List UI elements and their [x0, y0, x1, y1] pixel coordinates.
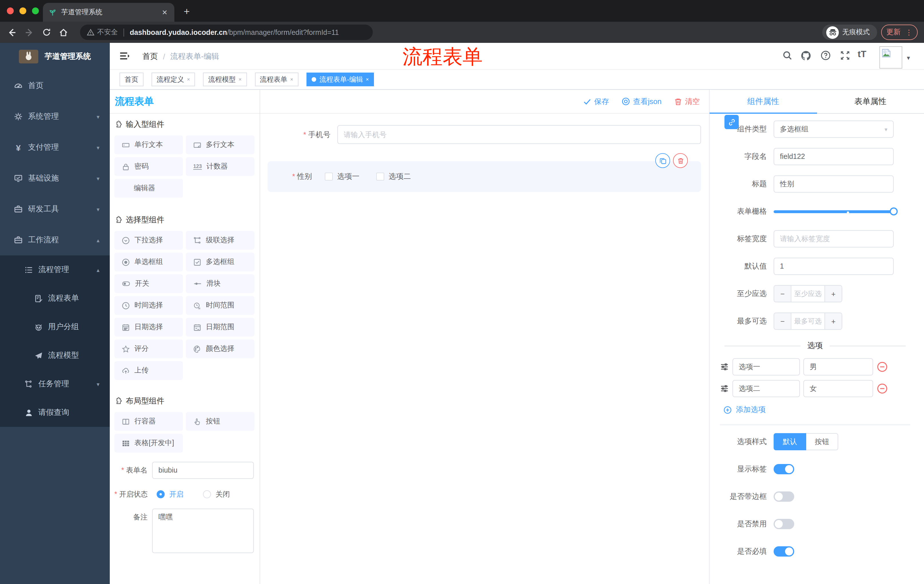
component-password[interactable]: 密码 [114, 157, 183, 176]
link-drawer-handle[interactable] [724, 115, 739, 129]
component-rate[interactable]: 评分 [114, 339, 183, 358]
title-input[interactable] [774, 175, 894, 192]
search-icon[interactable] [782, 50, 792, 61]
tag-process-form-edit[interactable]: 流程表单-编辑 × [307, 72, 374, 86]
component-row-container[interactable]: 行容器 [114, 412, 183, 431]
gender-checkbox-2[interactable] [376, 173, 384, 181]
min-select-input[interactable] [791, 286, 825, 302]
stepper-decrease-button[interactable]: − [774, 313, 791, 329]
forward-icon[interactable] [21, 24, 38, 40]
component-slider[interactable]: 滑块 [186, 274, 254, 293]
required-toggle[interactable] [774, 546, 794, 556]
drag-handle-icon[interactable] [720, 362, 729, 372]
component-date-range[interactable]: 日期范围 [186, 318, 254, 337]
add-option-button[interactable]: 添加选项 [723, 403, 914, 416]
status-off-label[interactable]: 关闭 [216, 489, 230, 499]
option-value-input[interactable] [804, 358, 873, 375]
slider-handle[interactable] [890, 207, 898, 216]
default-value-input[interactable] [774, 258, 894, 275]
option-value-input[interactable] [804, 380, 873, 397]
style-default-button[interactable]: 默认 [774, 433, 806, 450]
font-size-icon[interactable]: tT [858, 49, 866, 59]
component-counter[interactable]: 123 计数器 [186, 157, 254, 176]
macos-minimize-button[interactable] [20, 7, 26, 14]
sidebar-item-payment[interactable]: ¥ 支付管理 ▾ [0, 132, 110, 163]
component-time-picker[interactable]: 时间选择 [114, 296, 183, 315]
status-radio-off[interactable] [203, 490, 211, 498]
sidebar-item-home[interactable]: 首页 [0, 70, 110, 101]
sidebar-item-user-group[interactable]: 用户分组 [0, 313, 110, 341]
sidebar-item-task-mgmt[interactable]: 任务管理 ▾ [0, 370, 110, 398]
form-name-input[interactable] [152, 462, 254, 479]
reload-icon[interactable] [38, 24, 55, 40]
max-select-input[interactable] [791, 313, 825, 329]
component-multi-text[interactable]: 多行文本 [186, 135, 254, 154]
gender-checkbox-1[interactable] [325, 173, 332, 181]
tag-home[interactable]: 首页 [119, 72, 144, 86]
canvas-field-gender-selected[interactable]: 性别 选项一 选项二 [267, 161, 701, 192]
component-color-picker[interactable]: 颜色选择 [186, 339, 254, 358]
canvas-field-phone[interactable]: 手机号 [267, 125, 701, 144]
sidebar-item-infra[interactable]: 基础设施 ▾ [0, 163, 110, 194]
option-label-input[interactable] [733, 358, 800, 375]
option-label-input[interactable] [733, 380, 800, 397]
component-single-text[interactable]: 单行文本 [114, 135, 183, 154]
avatar-caret-icon[interactable]: ▾ [907, 54, 910, 62]
browser-tab[interactable]: 芋道管理系统 ✕ [43, 3, 174, 22]
macos-close-button[interactable] [7, 7, 14, 14]
disabled-toggle[interactable] [774, 519, 794, 529]
hamburger-icon[interactable] [119, 51, 130, 61]
new-tab-icon[interactable]: ＋ [182, 5, 191, 18]
status-radio-on[interactable] [157, 490, 165, 498]
github-icon[interactable] [800, 50, 811, 61]
sidebar-item-process-form[interactable]: 流程表单 [0, 284, 110, 313]
component-upload[interactable]: 上传 [114, 361, 183, 380]
tag-close-icon[interactable]: × [239, 77, 242, 82]
gender-option-2-label[interactable]: 选项二 [389, 171, 411, 182]
phone-input[interactable] [337, 125, 701, 144]
label-width-input[interactable] [774, 230, 894, 247]
fullscreen-icon[interactable] [840, 50, 850, 61]
component-radio-group[interactable]: 单选框组 [114, 253, 183, 271]
tab-form-props[interactable]: 表单属性 [817, 90, 924, 113]
save-button[interactable]: 保存 [583, 96, 609, 107]
address-bar[interactable]: 不安全 dashboard.yudao.iocoder.cn /bpm/mana… [80, 25, 373, 40]
component-select[interactable]: 下拉选择 [114, 231, 183, 250]
grid-slider[interactable] [774, 203, 894, 220]
clear-button[interactable]: 清空 [674, 96, 700, 107]
sidebar-item-workflow[interactable]: 工作流程 ▴ [0, 225, 110, 255]
tab-component-props[interactable]: 组件属性 [710, 90, 817, 113]
sidebar-item-leave-query[interactable]: 请假查询 [0, 398, 110, 427]
component-checkbox-group[interactable]: 多选框组 [186, 253, 254, 271]
style-button-button[interactable]: 按钮 [806, 433, 838, 450]
component-switch[interactable]: 开关 [114, 274, 183, 293]
delete-component-button[interactable] [673, 153, 688, 168]
back-icon[interactable] [3, 24, 21, 40]
tag-process-form[interactable]: 流程表单 × [255, 72, 299, 86]
with-border-toggle[interactable] [774, 492, 794, 502]
duplicate-component-button[interactable] [655, 153, 670, 168]
remove-option-icon[interactable] [876, 361, 888, 373]
show-label-toggle[interactable] [774, 464, 794, 474]
gender-option-1-label[interactable]: 选项一 [337, 171, 360, 182]
tag-process-definition[interactable]: 流程定义 × [152, 72, 195, 86]
remove-option-icon[interactable] [876, 383, 888, 394]
tag-close-icon[interactable]: × [366, 77, 369, 82]
avatar[interactable] [879, 46, 902, 69]
sidebar-item-system[interactable]: 系统管理 ▾ [0, 101, 110, 132]
form-remark-textarea[interactable]: 嘿嘿 [152, 508, 254, 553]
component-type-select[interactable]: 多选框组 ▾ [774, 120, 894, 138]
tab-close-icon[interactable]: ✕ [161, 8, 169, 16]
help-icon[interactable] [820, 50, 831, 61]
tag-close-icon[interactable]: × [290, 77, 293, 82]
browser-menu-kebab-icon[interactable]: ⋮ [906, 28, 912, 36]
stepper-increase-button[interactable]: + [825, 286, 842, 302]
sidebar-item-process-model[interactable]: 流程模型 [0, 341, 110, 370]
breadcrumb-home[interactable]: 首页 [142, 51, 158, 62]
component-editor[interactable]: 编辑器 [114, 179, 183, 198]
component-date-picker[interactable]: 日期选择 [114, 318, 183, 337]
component-time-range[interactable]: 时间范围 [186, 296, 254, 315]
view-json-button[interactable]: 查看json [622, 96, 662, 107]
component-cascader[interactable]: 级联选择 [186, 231, 254, 250]
stepper-decrease-button[interactable]: − [774, 286, 791, 302]
